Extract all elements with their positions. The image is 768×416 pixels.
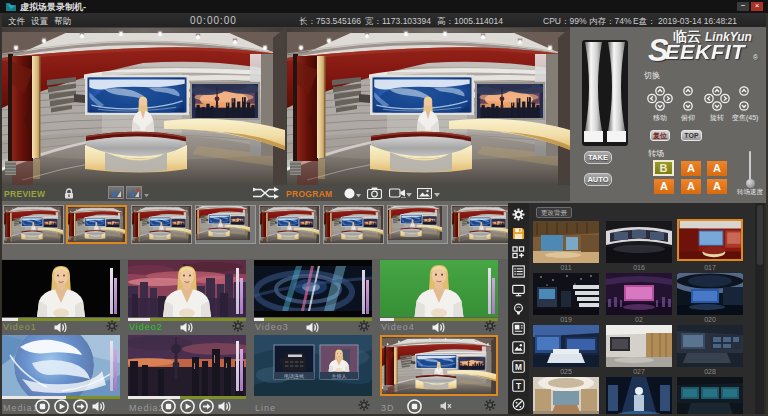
svg-text:M: M xyxy=(515,362,522,372)
svg-text:主持人: 主持人 xyxy=(332,373,347,380)
svg-text:电话连线: 电话连线 xyxy=(284,373,304,379)
svg-text:T: T xyxy=(516,381,521,391)
